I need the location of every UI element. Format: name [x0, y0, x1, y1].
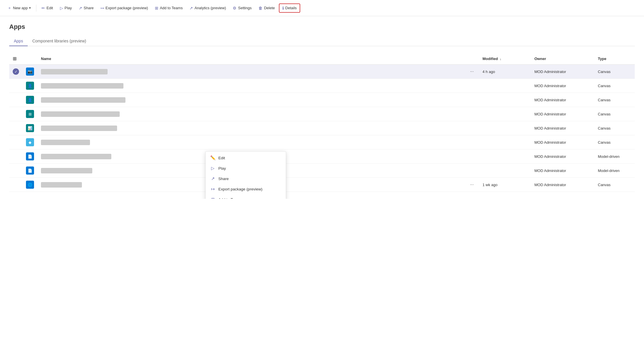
row-more[interactable]: ···: [465, 65, 479, 79]
context-menu-label-share: Share: [218, 177, 281, 181]
blurred-app-name: Emergency Response App - Staffing needs: [41, 126, 117, 131]
row-more[interactable]: [465, 107, 479, 121]
row-owner: MOD Administrator: [531, 164, 594, 178]
row-check[interactable]: [9, 135, 22, 149]
delete-icon: 🗑: [258, 6, 262, 10]
row-check[interactable]: [9, 93, 22, 107]
app-icon-box: 📄: [26, 152, 34, 160]
context-menu-item-export[interactable]: ↦Export package (preview): [206, 184, 286, 194]
app-icon-box: ⊞: [26, 110, 34, 118]
row-app-icon: 📄: [22, 164, 37, 178]
page-title: Apps: [9, 23, 635, 31]
export-button[interactable]: ↦ Export package (preview): [98, 4, 151, 12]
table-row[interactable]: 🌐Crisis Communication···1 wk agoMOD Admi…: [9, 178, 635, 192]
table-row[interactable]: 📊Emergency Response App - Staffing needs…: [9, 121, 635, 135]
row-more[interactable]: [465, 149, 479, 164]
row-type: Canvas: [594, 178, 635, 192]
col-header-type[interactable]: Type: [594, 53, 635, 65]
grid-icon: ⊞: [13, 56, 16, 61]
col-header-check: ⊞: [9, 53, 22, 65]
row-check[interactable]: [9, 149, 22, 164]
more-options-button[interactable]: ···: [468, 182, 476, 188]
settings-icon: ⚙: [233, 6, 236, 10]
table-row[interactable]: 👤Emergency Response App - Discharge plan…: [9, 93, 635, 107]
tab-apps[interactable]: Apps: [9, 36, 28, 46]
edit-icon: ✏️: [210, 155, 215, 160]
table-row[interactable]: 📄Portal Management solutionMOD Administr…: [9, 164, 635, 178]
col-header-icon: [22, 53, 37, 65]
row-modified: [479, 135, 531, 149]
chevron-down-icon: ▾: [29, 6, 31, 10]
blurred-app-name: Emergency Response App: [41, 140, 90, 145]
row-modified: [479, 121, 531, 135]
edit-button[interactable]: ✏ Edit: [39, 4, 56, 12]
row-check[interactable]: [9, 178, 22, 192]
col-header-more: [465, 53, 479, 65]
row-type: Canvas: [594, 93, 635, 107]
table-row[interactable]: ✓📷Emergency Response App - Supplies···4 …: [9, 65, 635, 79]
row-app-icon: 📄: [22, 149, 37, 164]
info-icon: ℹ: [282, 6, 284, 10]
teams-icon: ⊞: [155, 6, 158, 10]
context-menu-item-add-to-teams[interactable]: ⊞Add to Teams: [206, 194, 286, 199]
row-type: Model-driven: [594, 164, 635, 178]
row-name: Emergency Response App - COVID-19 stats: [37, 107, 465, 121]
tab-component-libraries[interactable]: Component libraries (preview): [28, 36, 91, 46]
share-button[interactable]: ↗ Share: [76, 4, 97, 12]
row-owner: MOD Administrator: [531, 65, 594, 79]
new-app-button[interactable]: ＋ New app ▾: [5, 4, 34, 12]
play-button[interactable]: ▷ Play: [57, 4, 75, 12]
table-row[interactable]: ⊞Emergency Response App - COVID-19 stats…: [9, 107, 635, 121]
more-options-button[interactable]: ···: [468, 68, 476, 75]
row-app-icon: ⊞: [22, 107, 37, 121]
row-more[interactable]: [465, 79, 479, 93]
row-check[interactable]: [9, 164, 22, 178]
blurred-app-name: Emergency Response App - COVID-19 stats: [41, 111, 120, 117]
col-header-modified[interactable]: Modified ↓: [479, 53, 531, 65]
row-check[interactable]: ✓: [9, 65, 22, 79]
row-name: Emergency Response App - Discharge plann…: [37, 93, 465, 107]
row-owner: MOD Administrator: [531, 107, 594, 121]
play-icon: ▷: [60, 6, 63, 10]
table-row[interactable]: 📄Admin App - Emergency Response AppMOD A…: [9, 149, 635, 164]
row-type: Canvas: [594, 107, 635, 121]
blurred-app-name: Crisis Communication: [41, 182, 82, 188]
delete-button[interactable]: 🗑 Delete: [256, 4, 278, 12]
toolbar: ＋ New app ▾ ✏ Edit ▷ Play ↗ Share ↦ Expo…: [0, 0, 644, 16]
table-container: ⊞ Name Modified ↓ Owner Type ✓📷Emergency…: [9, 53, 635, 192]
row-name: Emergency Response App: [37, 135, 465, 149]
row-more[interactable]: ···: [465, 178, 479, 192]
row-modified: [479, 164, 531, 178]
row-more[interactable]: [465, 135, 479, 149]
blurred-app-name: Admin App - Emergency Response App: [41, 154, 111, 159]
col-header-owner[interactable]: Owner: [531, 53, 594, 65]
main-content: Apps Apps Component libraries (preview) …: [0, 16, 644, 199]
app-icon-box: 👤: [26, 82, 34, 90]
row-modified: [479, 93, 531, 107]
context-menu-label-export: Export package (preview): [218, 187, 281, 191]
analytics-button[interactable]: ↗ Analytics (preview): [187, 4, 229, 12]
context-menu-item-play[interactable]: ▷Play: [206, 163, 286, 173]
row-more[interactable]: [465, 121, 479, 135]
table-row[interactable]: ◆Emergency Response AppMOD Administrator…: [9, 135, 635, 149]
row-app-icon: 📊: [22, 121, 37, 135]
row-more[interactable]: [465, 93, 479, 107]
context-menu-item-edit[interactable]: ✏️Edit: [206, 153, 286, 163]
app-icon-box: 📷: [26, 68, 34, 76]
context-menu-label-edit: Edit: [218, 156, 281, 160]
blurred-app-name: Emergency Response App - Staff - assignm…: [41, 83, 123, 89]
row-check[interactable]: [9, 79, 22, 93]
row-check[interactable]: [9, 121, 22, 135]
context-menu-item-share[interactable]: ↗Share: [206, 173, 286, 184]
app-icon-box: 📊: [26, 124, 34, 132]
col-header-name[interactable]: Name: [37, 53, 465, 65]
table-row[interactable]: 👤Emergency Response App - Staff - assign…: [9, 79, 635, 93]
row-check[interactable]: [9, 107, 22, 121]
settings-button[interactable]: ⚙ Settings: [230, 4, 254, 12]
row-modified: [479, 79, 531, 93]
row-modified: [479, 149, 531, 164]
add-to-teams-button[interactable]: ⊞ Add to Teams: [152, 4, 185, 12]
blurred-app-name: Emergency Response App - Discharge plann…: [41, 97, 125, 103]
row-more[interactable]: [465, 164, 479, 178]
details-button[interactable]: ℹ Details: [279, 3, 300, 13]
